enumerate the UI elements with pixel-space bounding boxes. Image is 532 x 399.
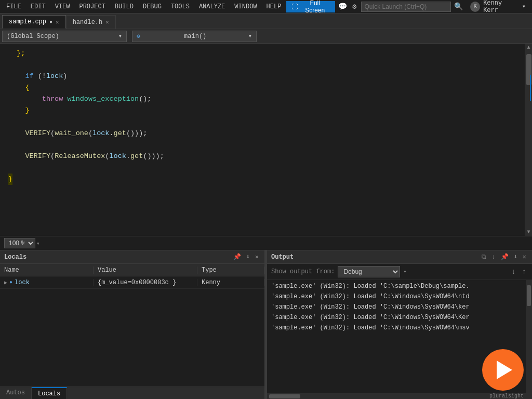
pluralsight-play-icon bbox=[497, 361, 512, 379]
output-scroll-to-bottom-icon[interactable]: ↓ bbox=[510, 267, 517, 277]
locals-empty-area bbox=[0, 325, 264, 387]
scope-bar: (Global Scope) ▾ ⚙ main() ▾ bbox=[0, 29, 532, 44]
fullscreen-button[interactable]: ⛶ Full Screen bbox=[286, 1, 335, 12]
pluralsight-circle bbox=[482, 349, 524, 391]
locals-cell-type-lock: Kenny bbox=[197, 279, 264, 286]
fullscreen-label: Full Screen bbox=[300, 0, 330, 14]
output-close-icon[interactable]: ✕ bbox=[521, 252, 528, 262]
locals-auto-hide-icon[interactable]: ⬇ bbox=[245, 252, 251, 262]
locals-panel-tabs: Autos Locals bbox=[0, 387, 264, 399]
tab-dirty-dot: ● bbox=[49, 19, 52, 25]
tab-close-handle-h[interactable]: ✕ bbox=[105, 19, 109, 25]
menu-window[interactable]: WINDOW bbox=[230, 0, 261, 13]
locals-table-header: Name Value Type bbox=[0, 264, 264, 276]
menu-analyze[interactable]: ANALYZE bbox=[195, 0, 229, 13]
scroll-indicator bbox=[530, 75, 531, 101]
editor-area: }; if (!lock) { throw windows_exception(… bbox=[0, 44, 532, 236]
bottom-panels: Locals 📌 ⬇ ✕ Name Value Type ▶ ● lock {m… bbox=[0, 250, 532, 399]
output-filter-down-icon: ▾ bbox=[403, 269, 406, 275]
output-copy-icon[interactable]: ⧉ bbox=[480, 252, 488, 262]
filter-icon[interactable]: ⚙ bbox=[350, 1, 358, 12]
menu-file[interactable]: FILE bbox=[2, 0, 25, 13]
tab-handle-h-label: handle.h bbox=[73, 19, 103, 26]
code-line-8: VERIFY(wait_one(lock.get())); bbox=[8, 128, 525, 139]
code-line-5: throw windows_exception(); bbox=[8, 94, 525, 105]
output-line-4: 'sample.exe' (Win32): Loaded 'C:\Windows… bbox=[267, 312, 526, 323]
locals-table: Name Value Type ▶ ● lock {m_value=0x0000… bbox=[0, 264, 264, 325]
locals-close-icon[interactable]: ✕ bbox=[254, 252, 260, 262]
code-line-1: }; bbox=[8, 48, 525, 59]
scope-right-chevron: ▾ bbox=[248, 32, 252, 40]
chat-icon[interactable]: 💬 bbox=[336, 1, 349, 12]
locals-panel-header: Locals 📌 ⬇ ✕ bbox=[0, 250, 264, 264]
quick-launch-input[interactable] bbox=[361, 2, 451, 12]
output-arrow-icon[interactable]: ↓ bbox=[490, 252, 497, 262]
tab-sample-cpp[interactable]: sample.cpp ● ✕ bbox=[2, 15, 66, 29]
code-line-7 bbox=[8, 116, 525, 128]
locals-panel: Locals 📌 ⬇ ✕ Name Value Type ▶ ● lock {m… bbox=[0, 250, 265, 399]
output-filter-bar: Show output from: Debug Build General ▾ … bbox=[267, 264, 532, 280]
scope-left-chevron: ▾ bbox=[118, 32, 122, 40]
output-panel-header: Output ⧉ ↓ 📌 ⬇ ✕ bbox=[267, 250, 532, 264]
tab-locals[interactable]: Locals bbox=[32, 387, 67, 399]
output-scroll-up-icon[interactable]: ↑ bbox=[521, 267, 528, 277]
code-line-9 bbox=[8, 139, 525, 151]
code-line-4: { bbox=[8, 82, 525, 94]
tab-bar: sample.cpp ● ✕ handle.h ✕ bbox=[0, 14, 532, 29]
scope-right-label: main() bbox=[184, 33, 206, 40]
tab-handle-h[interactable]: handle.h ✕ bbox=[66, 15, 116, 29]
editor-scrollbar-vertical[interactable]: ▲ ▼ bbox=[525, 44, 532, 236]
output-line-1: 'sample.exe' (Win32): Loaded 'C:\sample\… bbox=[267, 281, 526, 291]
scope-left-dropdown[interactable]: (Global Scope) ▾ bbox=[2, 31, 127, 42]
pluralsight-text-area: pluralsight bbox=[482, 392, 524, 399]
editor-content[interactable]: }; if (!lock) { throw windows_exception(… bbox=[0, 44, 525, 236]
output-auto-hide-icon[interactable]: ⬇ bbox=[512, 252, 519, 262]
locals-col-value: Value bbox=[94, 267, 197, 274]
menu-help[interactable]: HELP bbox=[262, 0, 286, 13]
output-filter-dropdown[interactable]: Debug Build General bbox=[338, 266, 400, 277]
output-line-3: 'sample.exe' (Win32): Loaded 'C:\Windows… bbox=[267, 302, 526, 312]
code-line-3: if (!lock) bbox=[8, 71, 525, 82]
menu-tools[interactable]: TOOLS bbox=[167, 0, 194, 13]
menu-project[interactable]: PROJECT bbox=[75, 0, 109, 13]
code-line-2 bbox=[8, 59, 525, 71]
code-line-11 bbox=[8, 162, 525, 174]
fullscreen-icon: ⛶ bbox=[291, 3, 298, 10]
user-name: Kenny Kerr bbox=[483, 0, 519, 14]
menu-debug[interactable]: DEBUG bbox=[139, 0, 166, 13]
output-scroll-thumb[interactable] bbox=[527, 285, 531, 306]
code-line-12: } bbox=[8, 174, 525, 185]
user-dropdown-icon[interactable]: ▾ bbox=[522, 3, 526, 10]
scope-left-label: (Global Scope) bbox=[7, 33, 59, 40]
output-line-5: 'sample.exe' (Win32): Loaded 'C:\Windows… bbox=[267, 323, 526, 333]
menu-edit[interactable]: EDIT bbox=[26, 0, 50, 13]
pluralsight-label: pluralsight bbox=[489, 393, 524, 399]
output-hscroll-thumb[interactable] bbox=[269, 394, 300, 398]
zoom-chevron: ▾ bbox=[36, 240, 40, 247]
tab-close-sample-cpp[interactable]: ✕ bbox=[56, 19, 59, 25]
search-icon[interactable]: 🔍 bbox=[452, 1, 465, 12]
scope-right-dropdown[interactable]: ⚙ main() ▾ bbox=[132, 31, 257, 42]
locals-panel-title: Locals bbox=[4, 254, 230, 261]
output-pin-icon[interactable]: 📌 bbox=[499, 252, 510, 262]
scope-right-icon: ⚙ bbox=[137, 33, 140, 39]
output-scrollbar-vertical[interactable] bbox=[526, 280, 532, 393]
user-avatar: K bbox=[470, 2, 480, 12]
zoom-bar: 100 % ▾ bbox=[0, 236, 532, 250]
locals-row-lock[interactable]: ▶ ● lock {m_value=0x0000003c } Kenny bbox=[0, 276, 264, 289]
locals-col-name: Name bbox=[0, 267, 94, 274]
output-filter-label: Show output from: bbox=[271, 268, 335, 275]
locals-col-type: Type bbox=[197, 267, 264, 274]
tab-autos[interactable]: Autos bbox=[0, 387, 32, 399]
locals-var-icon: ● bbox=[9, 280, 12, 285]
menubar: FILE EDIT VIEW PROJECT BUILD DEBUG TOOLS… bbox=[0, 0, 532, 14]
scroll-up-icon[interactable]: ▲ bbox=[526, 44, 531, 51]
menu-build[interactable]: BUILD bbox=[111, 0, 138, 13]
scroll-down-icon[interactable]: ▼ bbox=[526, 228, 531, 236]
tab-sample-cpp-label: sample.cpp bbox=[9, 18, 46, 25]
locals-cell-name-lock: ▶ ● lock bbox=[0, 279, 94, 286]
zoom-select[interactable]: 100 % bbox=[4, 238, 35, 248]
menu-view[interactable]: VIEW bbox=[51, 0, 74, 13]
locals-expand-icon[interactable]: ▶ bbox=[4, 280, 7, 286]
locals-pin-icon[interactable]: 📌 bbox=[232, 252, 243, 262]
